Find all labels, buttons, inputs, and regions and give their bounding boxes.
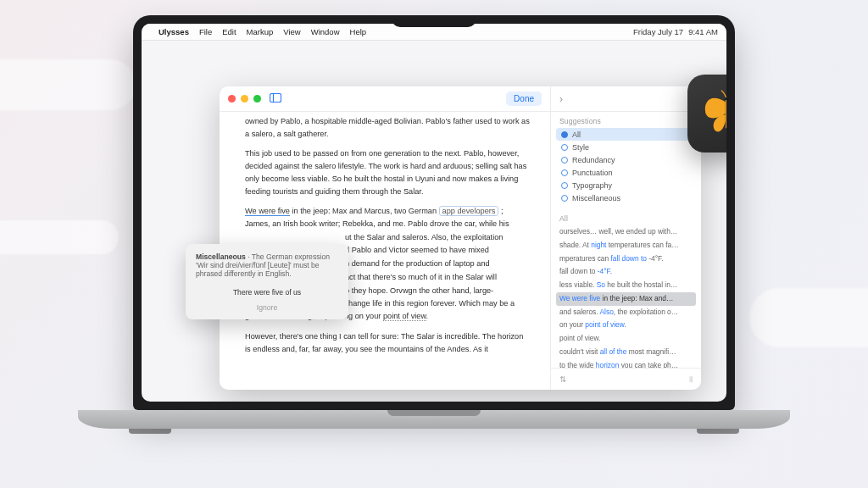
highlighted-phrase[interactable]: We were five <box>245 207 290 216</box>
close-button[interactable] <box>228 95 236 103</box>
filter-style[interactable]: Style <box>556 141 696 153</box>
dotted-phrase[interactable]: point of view <box>383 312 426 321</box>
filter-typography[interactable]: Typography <box>556 179 696 191</box>
filter-label: Miscellaneous <box>572 194 620 202</box>
paragraph: However, there's one thing I can tell fo… <box>245 330 530 355</box>
snippet-item[interactable]: We were five in the jeep: Max and… <box>556 292 696 306</box>
filter-list: AllStyleRedundancyPunctuationTypographyM… <box>551 128 701 209</box>
filter-ring-icon <box>561 131 568 138</box>
paragraph: h demand for the production of laptop an… <box>345 258 530 270</box>
filter-miscellaneous[interactable]: Miscellaneous <box>556 191 696 204</box>
snippet-item[interactable]: fall down to -4°F. <box>556 265 696 279</box>
app-menu[interactable]: Ulysses <box>159 27 189 36</box>
filter-ring-icon <box>561 157 568 164</box>
chevron-right-icon[interactable]: › <box>559 93 563 105</box>
paragraph: owned by Pablo, a hospitable middle-aged… <box>245 115 530 140</box>
suggestion-popover: Miscellaneous · The German expression 'W… <box>186 244 348 319</box>
snippet-item[interactable]: ourselves… well, we ended up with… <box>556 225 696 239</box>
paragraph: act that there's so much of it in the Sa… <box>345 271 530 284</box>
filter-ring-icon <box>561 144 568 151</box>
menu-file[interactable]: File <box>199 27 212 36</box>
menubar-date: Friday July 17 <box>633 27 683 36</box>
filter-punctuation[interactable]: Punctuation <box>556 166 696 179</box>
suggestions-heading: Suggestions <box>551 112 701 128</box>
svg-rect-0 <box>270 94 281 103</box>
notch <box>392 15 476 27</box>
sort-icon[interactable]: ⇅ <box>559 374 566 384</box>
popover-ignore[interactable]: Ignore <box>196 303 338 312</box>
minimize-button[interactable] <box>241 95 248 103</box>
zoom-button[interactable] <box>253 95 261 103</box>
snippet-item[interactable]: mperatures can fall down to -4°F. <box>556 252 696 266</box>
menu-help[interactable]: Help <box>350 27 367 36</box>
inspector-panel: › Suggestions AllStyleRedundancyPunctuat… <box>550 86 701 390</box>
filter-label: Style <box>572 143 589 152</box>
done-button[interactable]: Done <box>506 92 542 106</box>
menu-window[interactable]: Window <box>311 27 340 36</box>
snippet-item[interactable]: on your point of view. <box>556 319 696 332</box>
menubar-time: 9:41 AM <box>688 27 718 36</box>
paragraph: This job used to be passed on from one g… <box>245 147 530 197</box>
filter-redundancy[interactable]: Redundancy <box>556 153 696 166</box>
menu-view[interactable]: View <box>283 27 300 36</box>
paragraph: ut the Salar and saleros. Also, the expl… <box>345 231 530 244</box>
section-all: All <box>551 209 701 225</box>
laptop-base <box>78 410 790 429</box>
menu-edit[interactable]: Edit <box>222 27 236 36</box>
snippet-item[interactable]: point of view. <box>556 332 696 346</box>
snippet-item[interactable]: less viable. So he built the hostal in… <box>556 279 696 292</box>
ulysses-app-icon <box>687 75 726 152</box>
filter-ring-icon <box>561 182 568 189</box>
filter-label: Typography <box>572 181 612 190</box>
filter-label: Redundancy <box>572 156 615 164</box>
snippet-item[interactable]: and saleros. Also, the exploitation o… <box>556 306 696 319</box>
settings-icon[interactable]: ⦀ <box>689 374 693 385</box>
paragraph: d Pablo and Victor seemed to have mixed <box>345 244 530 257</box>
desktop: Ulysses File Edit Markup View Window Hel… <box>142 24 726 402</box>
titlebar: Done <box>220 86 550 112</box>
app-window: Done owned by Pablo, a hospitable middle… <box>220 86 701 390</box>
snippet-list: ourselves… well, we ended up with…shade.… <box>551 225 701 368</box>
paragraph: o they hope. Orvwgn the other hand, larg… <box>345 285 530 297</box>
snippet-item[interactable]: couldn't visit all of the most magnifi… <box>556 346 696 359</box>
paragraph: We were five in the jeep: Max and Marcus… <box>245 205 530 230</box>
butterfly-icon <box>700 87 726 140</box>
filter-label: All <box>572 130 581 139</box>
filter-ring-icon <box>561 195 568 202</box>
laptop-frame: Ulysses File Edit Markup View Window Hel… <box>133 15 735 435</box>
filter-label: Punctuation <box>572 169 613 177</box>
sidebar-toggle-icon[interactable] <box>270 92 281 105</box>
snippet-item[interactable]: to the wide horizon you can take ph… <box>556 359 696 368</box>
popover-suggestion[interactable]: There were five of us <box>196 288 338 297</box>
filter-all[interactable]: All <box>556 128 696 141</box>
menu-markup[interactable]: Markup <box>247 27 274 36</box>
inline-tag[interactable]: app developers <box>439 206 499 216</box>
filter-ring-icon <box>561 169 568 176</box>
snippet-item[interactable]: shade. At night temperatures can fa… <box>556 239 696 252</box>
popover-title: Miscellaneous <box>196 252 246 261</box>
